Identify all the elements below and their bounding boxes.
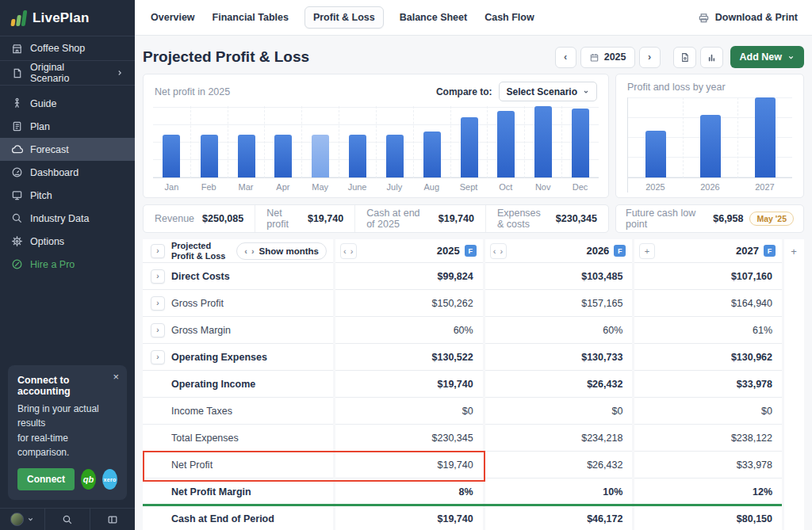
value-cell-2027[interactable]: $238,122 bbox=[634, 425, 782, 452]
row-label-cell: Cash at End of Period bbox=[143, 505, 333, 530]
expand-row-icon[interactable]: › bbox=[151, 350, 165, 364]
connect-button[interactable]: Connect bbox=[17, 468, 75, 490]
value-cell-2025[interactable]: $19,740 bbox=[335, 371, 483, 398]
value-cell-2025[interactable]: $19,740 bbox=[335, 452, 483, 479]
tab-overview[interactable]: Overview bbox=[149, 7, 197, 28]
value-cell-2026[interactable]: $0 bbox=[485, 398, 633, 425]
bar-dec[interactable] bbox=[572, 109, 589, 177]
forecast-badge[interactable]: F bbox=[465, 245, 477, 257]
stat-cash-at-end[interactable]: Cash at end of 2025 $19,740 bbox=[354, 205, 485, 232]
bar-sept[interactable] bbox=[461, 117, 478, 178]
tab-financial-tables[interactable]: Financial Tables bbox=[211, 7, 290, 28]
value-cell-2026[interactable]: $46,172 bbox=[485, 505, 633, 530]
value-cell-2026[interactable]: $130,733 bbox=[485, 344, 633, 371]
value-cell-2025[interactable]: $19,740 bbox=[335, 505, 483, 530]
value-cell-2026[interactable]: $26,432 bbox=[485, 371, 633, 398]
chart-title: Net profit in 2025 bbox=[155, 86, 230, 97]
sidebar-item-industry-data[interactable]: Industry Data bbox=[0, 207, 135, 230]
expand-table-icon[interactable]: › bbox=[151, 244, 165, 258]
sidebar-item-hire-a-pro[interactable]: Hire a Pro bbox=[0, 253, 135, 276]
expand-row-icon[interactable]: › bbox=[151, 269, 165, 284]
value-cell-2025[interactable]: 60% bbox=[335, 317, 483, 344]
sidebar-item-forecast[interactable]: Forecast bbox=[0, 138, 135, 161]
sidebar-item-plan[interactable]: Plan bbox=[0, 115, 135, 138]
bar-may[interactable] bbox=[312, 135, 329, 177]
value-cell-2027[interactable]: $130,962 bbox=[634, 344, 782, 371]
future-cash-low-card[interactable]: Future cash low point $6,958 May '25 bbox=[615, 204, 804, 233]
expand-row-icon[interactable]: › bbox=[151, 296, 165, 311]
year-selector[interactable]: 2025 bbox=[580, 47, 635, 68]
bar-apr[interactable] bbox=[274, 135, 292, 177]
expand-row-icon[interactable]: › bbox=[151, 323, 165, 337]
bar-2026[interactable] bbox=[700, 115, 721, 177]
bar-july[interactable] bbox=[386, 135, 404, 177]
xero-icon[interactable]: xero bbox=[102, 469, 117, 490]
value-cell-2026[interactable]: $157,165 bbox=[485, 290, 633, 317]
value-cell-2025[interactable]: 8% bbox=[335, 479, 483, 505]
next-year-button[interactable]: › bbox=[639, 47, 661, 68]
expand-year-icon[interactable]: ‹ › bbox=[490, 243, 507, 259]
bar-feb[interactable] bbox=[201, 135, 218, 177]
table-row-gross-margin: ›Gross Margin60%60%61% bbox=[143, 317, 782, 344]
value-cell-2027[interactable]: 61% bbox=[634, 317, 782, 344]
value-cell-2027[interactable]: $33,978 bbox=[634, 371, 782, 398]
user-menu[interactable] bbox=[0, 509, 44, 530]
scenario-select[interactable]: Select Scenario bbox=[499, 82, 597, 101]
value-cell-2025[interactable]: $150,262 bbox=[335, 290, 483, 317]
search-button[interactable] bbox=[44, 509, 90, 530]
tab-cash-flow[interactable]: Cash Flow bbox=[483, 7, 536, 28]
value-cell-2025[interactable]: $230,345 bbox=[335, 425, 483, 452]
tab-profit-and-loss[interactable]: Profit & Loss bbox=[304, 6, 384, 29]
value-cell-2026[interactable]: $26,432 bbox=[485, 452, 633, 479]
value-cell-2027[interactable]: $107,160 bbox=[634, 263, 782, 290]
stat-expenses-costs[interactable]: Expenses & costs $230,345 bbox=[485, 205, 608, 232]
close-icon[interactable]: × bbox=[113, 372, 119, 382]
forecast-badge[interactable]: F bbox=[614, 245, 626, 257]
bar-2025[interactable] bbox=[645, 131, 666, 177]
sidebar-item-dashboard[interactable]: Dashboard bbox=[0, 161, 135, 184]
stat-revenue[interactable]: Revenue $250,085 bbox=[144, 205, 255, 232]
sidebar-item-scenario[interactable]: Original Scenario bbox=[0, 61, 135, 86]
value-cell-2027[interactable]: $0 bbox=[634, 398, 782, 425]
value-cell-2026[interactable]: 10% bbox=[485, 479, 633, 505]
add-year-icon[interactable]: + bbox=[639, 243, 655, 259]
prev-year-button[interactable]: ‹ bbox=[555, 47, 576, 68]
bar-2027[interactable] bbox=[755, 97, 776, 177]
stat-net-profit[interactable]: Net profit $19,740 bbox=[255, 205, 354, 232]
value-cell-2027[interactable]: $80,150 bbox=[634, 505, 782, 530]
add-column-button[interactable]: + bbox=[787, 243, 802, 259]
bar-jan[interactable] bbox=[163, 135, 180, 177]
value-cell-2025[interactable]: $130,522 bbox=[335, 344, 483, 371]
sidebar-item-guide[interactable]: Guide bbox=[0, 92, 135, 115]
value-cell-2026[interactable]: $234,218 bbox=[485, 425, 633, 452]
download-print-button[interactable]: Download & Print bbox=[698, 12, 798, 24]
add-new-button[interactable]: Add New bbox=[730, 46, 804, 68]
tab-balance-sheet[interactable]: Balance Sheet bbox=[398, 7, 469, 28]
quickbooks-icon[interactable]: qb bbox=[81, 469, 96, 490]
bar-nov[interactable] bbox=[534, 106, 552, 177]
bar-oct[interactable] bbox=[497, 111, 515, 177]
table-row-total-expenses: Total Expenses$230,345$234,218$238,122 bbox=[143, 425, 782, 452]
bar-aug[interactable] bbox=[423, 132, 441, 178]
sidebar-item-options[interactable]: Options bbox=[0, 230, 135, 253]
forecast-badge[interactable]: F bbox=[764, 245, 776, 257]
expand-year-icon[interactable]: ‹ › bbox=[340, 243, 357, 259]
search-icon bbox=[62, 514, 73, 525]
export-document-button[interactable] bbox=[673, 47, 696, 68]
value-cell-2026[interactable]: 60% bbox=[485, 317, 633, 344]
value-cell-2025[interactable]: $0 bbox=[335, 398, 483, 425]
value-cell-2027[interactable]: 12% bbox=[634, 479, 782, 505]
collapse-sidebar-button[interactable] bbox=[90, 509, 135, 530]
chart-view-button[interactable] bbox=[700, 47, 723, 68]
bar-mar[interactable] bbox=[238, 135, 255, 177]
chart-column: Aug bbox=[413, 106, 450, 193]
bar-june[interactable] bbox=[349, 135, 366, 177]
value-cell-2027[interactable]: $33,978 bbox=[634, 452, 782, 479]
sidebar-item-pitch[interactable]: Pitch bbox=[0, 184, 135, 207]
sidebar-item-company[interactable]: Coffee Shop bbox=[0, 36, 135, 61]
value-cell-2027[interactable]: $164,940 bbox=[634, 290, 782, 317]
cell-value: 12% bbox=[753, 486, 772, 498]
value-cell-2026[interactable]: $103,485 bbox=[485, 263, 633, 290]
show-months-button[interactable]: ‹ › Show months bbox=[236, 242, 327, 260]
value-cell-2025[interactable]: $99,824 bbox=[335, 263, 483, 290]
